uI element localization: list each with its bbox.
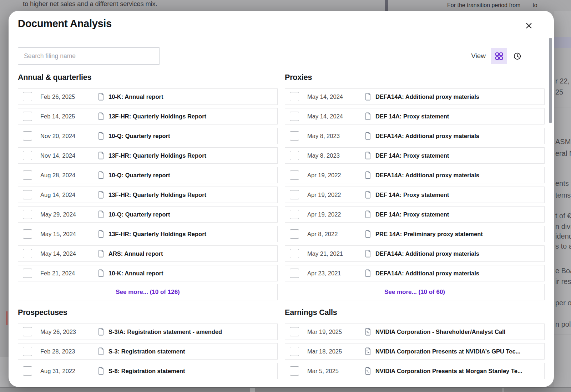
- table-row[interactable]: Apr 23, 2021DEFA14A: Additional proxy ma…: [285, 265, 545, 281]
- row-checkbox[interactable]: [290, 249, 299, 258]
- table-row[interactable]: Aug 31, 2022S-8: Registration statement: [18, 363, 278, 379]
- row-checkbox[interactable]: [23, 170, 32, 180]
- row-checkbox[interactable]: [23, 92, 32, 101]
- background-red-mark: [6, 311, 7, 325]
- table-row[interactable]: May 14, 2024DEFA14A: Additional proxy ma…: [285, 88, 545, 105]
- row-checkbox[interactable]: [290, 347, 299, 356]
- row-title: 10-Q: Quarterly report: [108, 133, 274, 139]
- table-row[interactable]: May 21, 2021DEFA14A: Additional proxy ma…: [285, 245, 545, 262]
- background-text-left: to higher net sales and a different serv…: [23, 0, 157, 8]
- background-highlight-band: [554, 37, 571, 48]
- grid-view-button[interactable]: [491, 48, 507, 64]
- background-text-fragment: tems: [555, 191, 571, 199]
- table-row[interactable]: Aug 28, 202410-Q: Quarterly report: [18, 167, 278, 183]
- document-icon: [98, 171, 104, 179]
- close-button[interactable]: [523, 20, 535, 31]
- table-row[interactable]: Nov 20, 202410-Q: Quarterly report: [18, 128, 278, 144]
- background-text-fragment: n polic: [555, 320, 571, 329]
- row-title: 13F-HR: Quarterly Holdings Report: [108, 152, 274, 159]
- clock-icon: [513, 52, 521, 60]
- background-text-fragment: eral M: [555, 149, 571, 158]
- view-toggle: View: [471, 48, 525, 64]
- row-checkbox[interactable]: [23, 249, 32, 258]
- row-title: 13F-HR: Quarterly Holdings Report: [108, 192, 274, 198]
- background-text-fragment: 25: [555, 88, 563, 96]
- see-more-label: See more... (10 of 126): [116, 289, 180, 296]
- table-row[interactable]: Mar 19, 2025NVIDIA Corporation - Shareho…: [285, 324, 545, 340]
- table-row[interactable]: Aug 14, 202413F-HR: Quarterly Holdings R…: [18, 187, 278, 203]
- row-checkbox[interactable]: [23, 131, 32, 141]
- document-icon: [365, 112, 371, 120]
- row-checkbox[interactable]: [290, 92, 299, 101]
- table-row[interactable]: May 26, 2023S-3/A: Registration statemen…: [18, 324, 278, 340]
- table-row[interactable]: Mar 5, 2025NVIDIA Corporation Presents a…: [285, 363, 545, 379]
- table-row[interactable]: May 8, 2023DEFA14A: Additional proxy mat…: [285, 128, 545, 144]
- row-checkbox[interactable]: [290, 327, 299, 336]
- section-title: Annual & quarterlies: [18, 73, 278, 82]
- search-input[interactable]: [18, 47, 160, 65]
- background-text-fragment: ir resp: [555, 278, 571, 286]
- row-checkbox[interactable]: [290, 170, 299, 180]
- timeline-view-button[interactable]: [509, 48, 525, 64]
- document-icon: [98, 93, 104, 101]
- row-date: May 26, 2023: [40, 329, 76, 335]
- row-checkbox[interactable]: [23, 190, 32, 199]
- section-title: Earnings Calls: [285, 308, 545, 317]
- table-row[interactable]: Feb 21, 202410-K: Annual report: [18, 265, 278, 281]
- row-title: NVIDIA Corporation Presents at NVIDIA’s …: [375, 348, 541, 355]
- modal-body: Annual & quarterlies Feb 26, 202510-K: A…: [18, 73, 545, 379]
- row-checkbox[interactable]: [290, 151, 299, 160]
- row-date: May 8, 2023: [307, 133, 340, 139]
- document-icon: [98, 230, 104, 238]
- table-row[interactable]: Nov 14, 202413F-HR: Quarterly Holdings R…: [18, 147, 278, 164]
- table-row[interactable]: Apr 19, 2022DEF 14A: Proxy statement: [285, 187, 545, 203]
- row-checkbox[interactable]: [23, 327, 32, 336]
- row-date: Mar 18, 2025: [307, 348, 342, 355]
- page-title: Document Analysis: [18, 18, 112, 30]
- table-row[interactable]: May 14, 2024ARS: Annual report: [18, 245, 278, 262]
- document-icon: [365, 152, 371, 159]
- row-checkbox[interactable]: [290, 112, 299, 121]
- row-checkbox[interactable]: [23, 151, 32, 160]
- row-checkbox[interactable]: [23, 347, 32, 356]
- table-row[interactable]: Feb 28, 2023S-3: Registration statement: [18, 343, 278, 360]
- document-icon: [98, 132, 104, 140]
- table-row[interactable]: May 14, 2024DEF 14A: Proxy statement: [285, 108, 545, 124]
- table-row[interactable]: Apr 19, 2022DEF 14A: Proxy statement: [285, 206, 545, 223]
- row-title: 10-Q: Quarterly report: [108, 172, 274, 179]
- row-date: Apr 19, 2022: [307, 211, 341, 218]
- row-title: DEF 14A: Proxy statement: [375, 152, 541, 159]
- row-checkbox[interactable]: [290, 210, 299, 219]
- table-row[interactable]: Mar 18, 2025NVIDIA Corporation Presents …: [285, 343, 545, 360]
- row-title: S-3: Registration statement: [108, 348, 274, 355]
- document-icon: [365, 250, 371, 258]
- filing-list: Mar 19, 2025NVIDIA Corporation - Shareho…: [285, 324, 545, 379]
- row-checkbox[interactable]: [290, 366, 299, 376]
- table-row[interactable]: Feb 14, 202513F-HR: Quarterly Holdings R…: [18, 108, 278, 124]
- row-checkbox[interactable]: [23, 210, 32, 219]
- background-text-fragment: idend: [555, 232, 571, 240]
- section-title: Proxies: [285, 73, 545, 82]
- row-checkbox[interactable]: [290, 131, 299, 141]
- table-row[interactable]: Feb 26, 202510-K: Annual report: [18, 88, 278, 105]
- row-checkbox[interactable]: [23, 229, 32, 239]
- table-row[interactable]: Apr 19, 2022DEFA14A: Additional proxy ma…: [285, 167, 545, 183]
- row-checkbox[interactable]: [290, 229, 299, 239]
- table-row[interactable]: May 29, 202410-Q: Quarterly report: [18, 206, 278, 223]
- row-title: S-3/A: Registration statement - amended: [108, 329, 274, 335]
- row-date: Nov 20, 2024: [40, 133, 75, 139]
- see-more-annual-quarterlies[interactable]: See more... (10 of 126): [18, 284, 278, 300]
- row-checkbox[interactable]: [23, 112, 32, 121]
- document-icon: [98, 269, 104, 277]
- table-row[interactable]: May 15, 202413F-HR: Quarterly Holdings R…: [18, 226, 278, 242]
- row-checkbox[interactable]: [23, 366, 32, 376]
- row-checkbox[interactable]: [290, 269, 299, 278]
- table-row[interactable]: May 8, 2023DEF 14A: Proxy statement: [285, 147, 545, 164]
- row-title: DEFA14A: Additional proxy materials: [375, 250, 541, 257]
- scrollbar-thumb[interactable]: [549, 38, 552, 123]
- close-icon: [525, 21, 533, 30]
- see-more-proxies[interactable]: See more... (10 of 60): [285, 284, 545, 300]
- row-checkbox[interactable]: [23, 269, 32, 278]
- table-row[interactable]: Apr 8, 2022PRE 14A: Preliminary proxy st…: [285, 226, 545, 242]
- row-checkbox[interactable]: [290, 190, 299, 199]
